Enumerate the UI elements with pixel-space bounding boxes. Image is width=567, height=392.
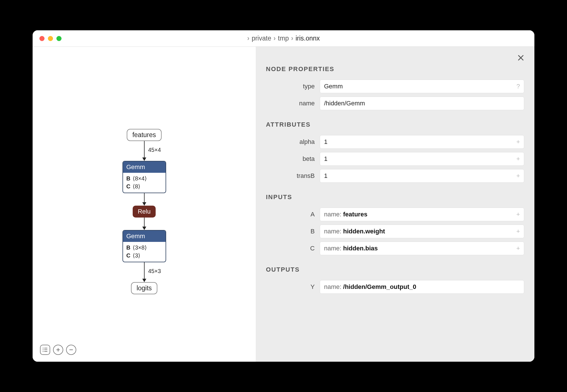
app-window: › private › tmp › iris.onnx features 45×… xyxy=(33,30,534,362)
expand-icon[interactable]: + xyxy=(516,245,520,252)
graph-edge: 45×4 xyxy=(142,141,146,161)
graph-edge: 45×3 xyxy=(142,262,146,282)
property-label: name xyxy=(266,100,320,107)
attr-row-transb: transB 1 + xyxy=(266,169,524,183)
property-label: C xyxy=(266,245,320,252)
input-node-features[interactable]: features xyxy=(127,129,162,141)
output-field[interactable]: name: /hidden/Gemm_output_0 xyxy=(320,280,524,294)
attr-field[interactable]: 1 + xyxy=(320,152,524,166)
chevron-right-icon: › xyxy=(291,35,293,42)
property-label: transB xyxy=(266,172,320,180)
svg-rect-8 xyxy=(69,350,73,350)
close-window-button[interactable] xyxy=(39,36,45,41)
property-row-name: name /hidden/Gemm xyxy=(266,97,524,110)
graph: features 45×4 Gemm B⟨8×4⟩ C⟨8⟩ xyxy=(122,129,166,294)
attr-row-alpha: alpha 1 + xyxy=(266,135,524,149)
attr-field[interactable]: 1 + xyxy=(320,169,524,183)
svg-rect-5 xyxy=(44,351,47,352)
input-field[interactable]: name: features + xyxy=(320,208,524,221)
breadcrumb-item[interactable]: iris.onnx xyxy=(295,35,320,42)
titlebar: › private › tmp › iris.onnx xyxy=(33,30,534,47)
expand-icon[interactable]: + xyxy=(516,155,520,163)
maximize-window-button[interactable] xyxy=(56,36,62,41)
graph-edge xyxy=(142,218,146,230)
minus-icon xyxy=(69,348,73,352)
gemm-node-title: Gemm xyxy=(123,161,166,173)
property-label: B xyxy=(266,228,320,235)
graph-panel[interactable]: features 45×4 Gemm B⟨8×4⟩ C⟨8⟩ xyxy=(33,47,256,362)
graph-toolbar xyxy=(40,345,76,355)
edge-label: 45×4 xyxy=(148,147,161,153)
chevron-right-icon: › xyxy=(247,35,249,42)
close-icon xyxy=(517,54,524,61)
breadcrumb-item[interactable]: private xyxy=(252,35,271,42)
properties-sidebar: NODE PROPERTIES type Gemm ? name /hidden… xyxy=(256,47,534,362)
gemm-node-1[interactable]: Gemm B⟨8×4⟩ C⟨8⟩ xyxy=(122,161,166,193)
property-label: A xyxy=(266,211,320,218)
input-field[interactable]: name: hidden.weight + xyxy=(320,225,524,238)
svg-rect-7 xyxy=(56,350,60,350)
gemm-node-body: B⟨3×8⟩ C⟨3⟩ xyxy=(123,242,166,262)
breadcrumb-item[interactable]: tmp xyxy=(278,35,289,42)
property-row-type: type Gemm ? xyxy=(266,80,524,93)
close-sidebar-button[interactable] xyxy=(517,54,524,63)
expand-icon[interactable]: + xyxy=(516,211,520,218)
output-row-y: Y name: /hidden/Gemm_output_0 xyxy=(266,280,524,294)
section-inputs: INPUTS xyxy=(266,193,524,201)
minimize-window-button[interactable] xyxy=(48,36,53,41)
gemm-node-2[interactable]: Gemm B⟨3×8⟩ C⟨3⟩ xyxy=(122,230,166,262)
model-properties-button[interactable] xyxy=(40,345,50,355)
input-row-c: C name: hidden.bias + xyxy=(266,242,524,255)
help-icon[interactable]: ? xyxy=(517,83,520,90)
attr-row-beta: beta 1 + xyxy=(266,152,524,166)
svg-point-4 xyxy=(43,351,44,352)
svg-rect-3 xyxy=(44,350,47,350)
window-controls xyxy=(39,36,62,41)
relu-node[interactable]: Relu xyxy=(133,206,156,218)
chevron-right-icon: › xyxy=(274,35,276,42)
gemm-node-title: Gemm xyxy=(123,231,166,242)
gemm-node-body: B⟨8×4⟩ C⟨8⟩ xyxy=(123,173,166,193)
list-icon xyxy=(42,347,48,353)
property-label: Y xyxy=(266,283,320,291)
svg-point-2 xyxy=(43,350,44,350)
input-row-a: A name: features + xyxy=(266,208,524,221)
type-field[interactable]: Gemm ? xyxy=(320,80,524,93)
property-label: beta xyxy=(266,155,320,163)
svg-rect-1 xyxy=(44,348,47,348)
svg-point-0 xyxy=(43,348,44,349)
graph-edge xyxy=(142,193,146,206)
breadcrumb: › private › tmp › iris.onnx xyxy=(247,35,320,42)
section-attributes: ATTRIBUTES xyxy=(266,121,524,128)
name-field[interactable]: /hidden/Gemm xyxy=(320,97,524,110)
property-label: alpha xyxy=(266,138,320,146)
property-label: type xyxy=(266,83,320,90)
attr-field[interactable]: 1 + xyxy=(320,135,524,149)
section-node-properties: NODE PROPERTIES xyxy=(266,65,524,73)
plus-icon xyxy=(56,348,60,352)
expand-icon[interactable]: + xyxy=(516,228,520,235)
input-field[interactable]: name: hidden.bias + xyxy=(320,242,524,255)
expand-icon[interactable]: + xyxy=(516,172,520,180)
zoom-out-button[interactable] xyxy=(66,345,76,355)
input-row-b: B name: hidden.weight + xyxy=(266,225,524,238)
edge-label: 45×3 xyxy=(148,268,161,274)
section-outputs: OUTPUTS xyxy=(266,266,524,273)
output-node-logits[interactable]: logits xyxy=(131,282,158,294)
expand-icon[interactable]: + xyxy=(516,138,520,146)
content-area: features 45×4 Gemm B⟨8×4⟩ C⟨8⟩ xyxy=(33,47,534,362)
zoom-in-button[interactable] xyxy=(53,345,63,355)
